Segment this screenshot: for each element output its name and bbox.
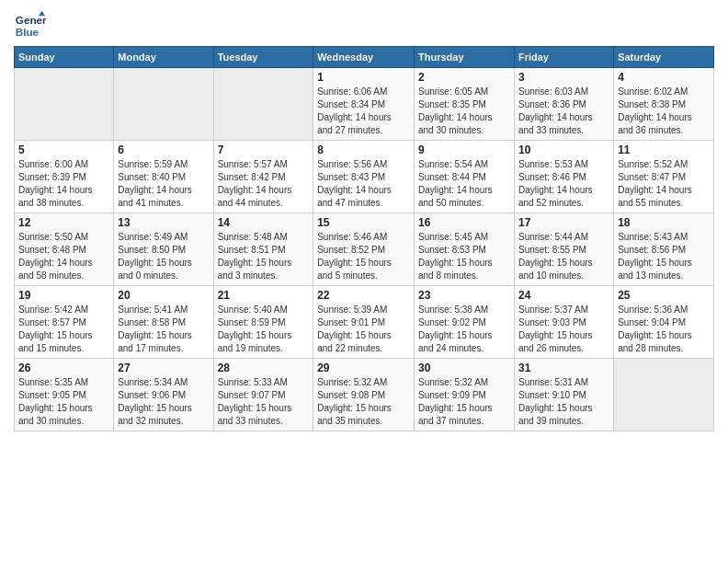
day-info: Sunrise: 5:34 AM Sunset: 9:06 PM Dayligh… [118,376,209,428]
day-number: 26 [18,362,109,374]
calendar-cell: 5Sunrise: 6:00 AM Sunset: 8:39 PM Daylig… [15,141,114,213]
calendar-cell: 21Sunrise: 5:40 AM Sunset: 8:59 PM Dayli… [213,286,313,359]
calendar-cell: 6Sunrise: 5:59 AM Sunset: 8:40 PM Daylig… [114,141,213,213]
calendar-cell [614,359,714,431]
day-info: Sunrise: 5:38 AM Sunset: 9:02 PM Dayligh… [418,304,510,355]
day-number: 13 [118,216,209,229]
day-number: 30 [418,362,510,374]
dow-header: Monday [114,47,213,68]
day-info: Sunrise: 5:54 AM Sunset: 8:44 PM Dayligh… [418,158,510,210]
day-info: Sunrise: 5:36 AM Sunset: 9:04 PM Dayligh… [618,304,710,355]
day-info: Sunrise: 5:59 AM Sunset: 8:40 PM Dayligh… [118,158,209,210]
day-number: 6 [118,144,209,156]
calendar-cell: 28Sunrise: 5:33 AM Sunset: 9:07 PM Dayli… [213,359,313,431]
day-info: Sunrise: 5:33 AM Sunset: 9:07 PM Dayligh… [218,376,310,428]
calendar-cell [213,68,313,141]
day-info: Sunrise: 6:05 AM Sunset: 8:35 PM Dayligh… [418,86,510,137]
calendar-cell: 23Sunrise: 5:38 AM Sunset: 9:02 PM Dayli… [415,286,515,359]
calendar-cell: 24Sunrise: 5:37 AM Sunset: 9:03 PM Dayli… [514,286,613,359]
day-number: 16 [418,216,510,229]
calendar-cell: 2Sunrise: 6:05 AM Sunset: 8:35 PM Daylig… [415,68,515,141]
day-info: Sunrise: 5:39 AM Sunset: 9:01 PM Dayligh… [317,304,410,355]
calendar-cell: 1Sunrise: 6:06 AM Sunset: 8:34 PM Daylig… [313,68,415,141]
day-number: 2 [418,71,510,84]
day-info: Sunrise: 5:56 AM Sunset: 8:43 PM Dayligh… [317,158,410,210]
calendar-cell: 15Sunrise: 5:46 AM Sunset: 8:52 PM Dayli… [313,213,415,286]
calendar-cell: 19Sunrise: 5:42 AM Sunset: 8:57 PM Dayli… [15,286,114,359]
day-number: 29 [317,362,410,374]
day-info: Sunrise: 5:31 AM Sunset: 9:10 PM Dayligh… [518,376,609,428]
day-info: Sunrise: 6:03 AM Sunset: 8:36 PM Dayligh… [518,86,609,137]
calendar-cell: 4Sunrise: 6:02 AM Sunset: 8:38 PM Daylig… [614,68,714,141]
logo: General Blue [14,9,47,42]
day-info: Sunrise: 5:41 AM Sunset: 8:58 PM Dayligh… [118,304,209,355]
day-number: 11 [618,144,710,156]
svg-text:Blue: Blue [16,26,40,38]
calendar-cell: 20Sunrise: 5:41 AM Sunset: 8:58 PM Dayli… [114,286,213,359]
dow-header: Thursday [415,47,515,68]
day-number: 31 [518,362,609,374]
dow-header: Saturday [614,47,714,68]
calendar-cell: 30Sunrise: 5:32 AM Sunset: 9:09 PM Dayli… [415,359,515,431]
day-info: Sunrise: 5:52 AM Sunset: 8:47 PM Dayligh… [618,158,710,210]
day-info: Sunrise: 5:40 AM Sunset: 8:59 PM Dayligh… [218,304,310,355]
calendar-cell: 14Sunrise: 5:48 AM Sunset: 8:51 PM Dayli… [213,213,313,286]
calendar-cell: 3Sunrise: 6:03 AM Sunset: 8:36 PM Daylig… [514,68,613,141]
day-number: 9 [418,144,510,156]
calendar-cell: 13Sunrise: 5:49 AM Sunset: 8:50 PM Dayli… [114,213,213,286]
calendar-cell: 26Sunrise: 5:35 AM Sunset: 9:05 PM Dayli… [15,359,114,431]
calendar-cell: 16Sunrise: 5:45 AM Sunset: 8:53 PM Dayli… [415,213,515,286]
day-number: 24 [518,289,609,302]
calendar-cell: 10Sunrise: 5:53 AM Sunset: 8:46 PM Dayli… [514,141,613,213]
day-number: 14 [218,216,310,229]
dow-header: Sunday [15,47,114,68]
day-info: Sunrise: 5:32 AM Sunset: 9:08 PM Dayligh… [317,376,410,428]
day-info: Sunrise: 5:46 AM Sunset: 8:52 PM Dayligh… [317,231,410,282]
day-number: 3 [518,71,609,84]
day-info: Sunrise: 5:35 AM Sunset: 9:05 PM Dayligh… [18,376,109,428]
dow-header: Wednesday [313,47,415,68]
day-number: 7 [218,144,310,156]
calendar-cell: 22Sunrise: 5:39 AM Sunset: 9:01 PM Dayli… [313,286,415,359]
day-info: Sunrise: 6:06 AM Sunset: 8:34 PM Dayligh… [317,86,410,137]
calendar-table: SundayMondayTuesdayWednesdayThursdayFrid… [14,46,714,431]
dow-header: Friday [514,47,613,68]
day-info: Sunrise: 5:44 AM Sunset: 8:55 PM Dayligh… [518,231,609,282]
day-number: 8 [317,144,410,156]
day-number: 25 [618,289,710,302]
day-info: Sunrise: 5:37 AM Sunset: 9:03 PM Dayligh… [518,304,609,355]
day-info: Sunrise: 5:43 AM Sunset: 8:56 PM Dayligh… [618,231,710,282]
calendar-cell: 12Sunrise: 5:50 AM Sunset: 8:48 PM Dayli… [15,213,114,286]
day-number: 12 [18,216,109,229]
day-info: Sunrise: 5:32 AM Sunset: 9:09 PM Dayligh… [418,376,510,428]
day-number: 21 [218,289,310,302]
day-info: Sunrise: 5:53 AM Sunset: 8:46 PM Dayligh… [518,158,609,210]
day-info: Sunrise: 5:45 AM Sunset: 8:53 PM Dayligh… [418,231,510,282]
calendar-cell: 27Sunrise: 5:34 AM Sunset: 9:06 PM Dayli… [114,359,213,431]
day-info: Sunrise: 5:48 AM Sunset: 8:51 PM Dayligh… [218,231,310,282]
day-number: 27 [118,362,209,374]
day-number: 17 [518,216,609,229]
calendar-cell: 8Sunrise: 5:56 AM Sunset: 8:43 PM Daylig… [313,141,415,213]
calendar-cell: 31Sunrise: 5:31 AM Sunset: 9:10 PM Dayli… [514,359,613,431]
page-header: General Blue [14,9,714,42]
day-number: 18 [618,216,710,229]
day-number: 15 [317,216,410,229]
day-info: Sunrise: 6:00 AM Sunset: 8:39 PM Dayligh… [18,158,109,210]
day-number: 1 [317,71,410,84]
calendar-cell: 29Sunrise: 5:32 AM Sunset: 9:08 PM Dayli… [313,359,415,431]
day-number: 23 [418,289,510,302]
day-info: Sunrise: 6:02 AM Sunset: 8:38 PM Dayligh… [618,86,710,137]
calendar-cell [114,68,213,141]
day-number: 10 [518,144,609,156]
calendar-cell: 17Sunrise: 5:44 AM Sunset: 8:55 PM Dayli… [514,213,613,286]
calendar-cell: 9Sunrise: 5:54 AM Sunset: 8:44 PM Daylig… [415,141,515,213]
calendar-cell: 11Sunrise: 5:52 AM Sunset: 8:47 PM Dayli… [614,141,714,213]
day-number: 20 [118,289,209,302]
day-info: Sunrise: 5:49 AM Sunset: 8:50 PM Dayligh… [118,231,209,282]
day-number: 4 [618,71,710,84]
calendar-cell: 18Sunrise: 5:43 AM Sunset: 8:56 PM Dayli… [614,213,714,286]
calendar-cell: 25Sunrise: 5:36 AM Sunset: 9:04 PM Dayli… [614,286,714,359]
day-number: 28 [218,362,310,374]
day-number: 5 [18,144,109,156]
